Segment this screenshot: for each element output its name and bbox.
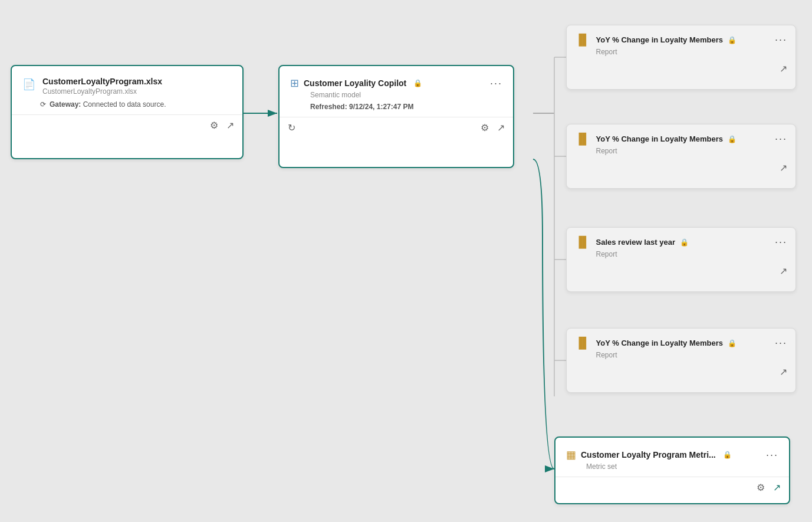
report-2-menu-button[interactable]: ··· [775,133,787,145]
report-3-title: Sales review last year [596,238,675,247]
metric-link-icon[interactable]: ↗ [773,482,781,493]
gateway-value: Connected to data source. [83,100,166,109]
source-gateway: ⟳ Gateway: Connected to data source. [40,100,232,109]
report-card-4: ▐▌ YoY % Change in Loyalty Members 🔒 ···… [566,328,796,393]
gateway-label: Gateway: [50,100,81,109]
source-card: 📄 CustomerLoyaltyProgram.xlsx CustomerLo… [11,65,244,159]
report-1-bar-icon: ▐▌ [575,34,590,46]
report-card-1: ▐▌ YoY % Change in Loyalty Members 🔒 ···… [566,25,796,90]
model-menu-button[interactable]: ··· [490,77,502,90]
report-4-title: YoY % Change in Loyalty Members [596,339,724,347]
model-refresh-icon[interactable]: ↻ [288,122,295,133]
model-copilot-icon[interactable]: ⚙ [481,122,489,133]
gateway-icon: ⟳ [40,100,46,109]
report-4-link-icon[interactable]: ↗ [780,366,787,377]
model-link-icon[interactable]: ↗ [497,122,505,133]
copilot-icon[interactable]: ⚙ [210,120,218,131]
report-2-lock-icon: 🔒 [728,135,737,143]
report-3-menu-button[interactable]: ··· [775,236,787,248]
metric-subtitle: Metric set [586,462,778,471]
report-card-2: ▐▌ YoY % Change in Loyalty Members 🔒 ···… [566,124,796,189]
report-1-type: Report [596,48,787,56]
source-subtitle: CustomerLoyaltyProgram.xlsx [42,87,162,96]
metric-icon: ▦ [566,448,576,461]
report-1-link-icon[interactable]: ↗ [780,63,787,74]
metric-card: ▦ Customer Loyalty Program Metri... 🔒 ··… [554,436,790,504]
metric-title: Customer Loyalty Program Metri... [581,450,716,459]
report-4-menu-button[interactable]: ··· [775,337,787,349]
source-title: CustomerLoyaltyProgram.xlsx [42,77,162,86]
file-icon: 📄 [22,78,35,91]
report-3-bar-icon: ▐▌ [575,236,590,248]
metric-menu-button[interactable]: ··· [766,449,778,461]
report-2-title: YoY % Change in Loyalty Members [596,134,724,143]
report-card-3: ▐▌ Sales review last year 🔒 ··· Report ↗ [566,227,796,292]
report-4-lock-icon: 🔒 [728,339,737,347]
metric-lock-icon: 🔒 [723,451,732,459]
model-subtitle: Semantic model [310,91,502,99]
report-4-type: Report [596,351,787,359]
link-icon[interactable]: ↗ [226,120,234,131]
report-1-title: YoY % Change in Loyalty Members [596,35,724,44]
metric-copilot-icon[interactable]: ⚙ [757,482,765,493]
report-2-link-icon[interactable]: ↗ [780,162,787,173]
report-3-type: Report [596,250,787,258]
model-card: ⊞ Customer Loyality Copilot 🔒 ··· Semant… [278,65,514,168]
report-3-lock-icon: 🔒 [680,238,689,247]
model-lock-icon: 🔒 [413,79,422,87]
report-2-type: Report [596,147,787,155]
report-1-lock-icon: 🔒 [728,36,737,44]
report-1-menu-button[interactable]: ··· [775,34,787,46]
report-2-bar-icon: ▐▌ [575,133,590,145]
model-refreshed: Refreshed: 9/12/24, 1:27:47 PM [310,103,502,111]
report-3-link-icon[interactable]: ↗ [780,265,787,277]
report-4-bar-icon: ▐▌ [575,337,590,349]
model-grid-icon: ⊞ [290,77,299,90]
model-title: Customer Loyality Copilot [304,78,406,88]
